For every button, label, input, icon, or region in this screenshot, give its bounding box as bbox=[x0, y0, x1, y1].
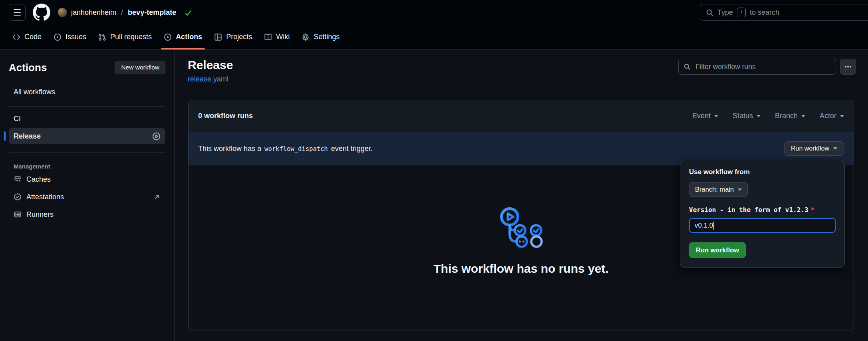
management-section-label: Management bbox=[9, 163, 165, 170]
banner-text: This workflow has a workflow_dispatch ev… bbox=[198, 145, 373, 153]
sidebar-divider bbox=[9, 152, 165, 153]
search-placeholder-suffix: to search bbox=[750, 8, 779, 17]
app-header: janhohenheim / bevy-template Type / to s… bbox=[0, 0, 868, 25]
status-filter-dropdown[interactable]: Status bbox=[733, 112, 761, 120]
actions-sidebar: Actions New workflow All workflows CI Re… bbox=[0, 50, 175, 341]
chevron-down-icon bbox=[833, 147, 837, 150]
filter-label: Status bbox=[733, 112, 753, 120]
cache-icon bbox=[14, 175, 22, 183]
branch-select-button[interactable]: Branch: main bbox=[689, 182, 748, 197]
actor-filter-dropdown[interactable]: Actor bbox=[820, 112, 844, 120]
breadcrumb: janhohenheim / bevy-template bbox=[58, 8, 192, 17]
runs-count: 0 workflow runs bbox=[198, 112, 253, 120]
banner-text-before: This workflow has a bbox=[198, 145, 261, 153]
tab-label: Code bbox=[24, 33, 42, 41]
gear-icon bbox=[302, 33, 310, 41]
filter-label: Branch bbox=[775, 112, 798, 120]
sidebar-item-label: Release bbox=[14, 132, 41, 141]
breadcrumb-repo-link[interactable]: bevy-template bbox=[128, 8, 176, 17]
page-head: Release release.yaml bbox=[188, 58, 233, 83]
search-icon bbox=[706, 9, 713, 16]
git-pull-request-icon bbox=[98, 33, 106, 41]
arrow-up-right-icon bbox=[153, 193, 161, 200]
version-field-label: Version - in the form of v1.2.3* bbox=[689, 206, 836, 214]
tab-wiki[interactable]: Wiki bbox=[258, 25, 296, 49]
branch-filter-dropdown[interactable]: Branch bbox=[775, 112, 805, 120]
version-input-value: v0.1.0 bbox=[695, 222, 713, 230]
sidebar-item-workflow-release[interactable]: Release bbox=[9, 128, 165, 144]
verified-badge-icon bbox=[14, 193, 22, 201]
empty-state-title: This workflow has no runs yet. bbox=[433, 262, 608, 276]
banner-text-after: event trigger. bbox=[331, 145, 373, 153]
workflow-file-link[interactable]: release.yaml bbox=[188, 75, 228, 83]
tab-code[interactable]: Code bbox=[6, 25, 48, 49]
issue-opened-icon bbox=[54, 33, 62, 41]
event-filter-dropdown[interactable]: Event bbox=[692, 112, 718, 120]
sidebar-item-caches[interactable]: Caches bbox=[9, 171, 165, 187]
tab-projects[interactable]: Projects bbox=[208, 25, 258, 49]
run-workflow-submit-button[interactable]: Run workflow bbox=[689, 242, 746, 258]
tab-issues[interactable]: Issues bbox=[48, 25, 92, 49]
workflow-graph-icon bbox=[498, 206, 545, 249]
slash-key-hint: / bbox=[737, 8, 746, 17]
repo-nav: Code Issues Pull requests Actions Projec… bbox=[0, 25, 868, 50]
sidebar-item-label: Attestations bbox=[26, 193, 64, 201]
avatar[interactable] bbox=[58, 8, 67, 17]
sidebar-title: Actions bbox=[9, 61, 47, 74]
github-actions-page: janhohenheim / bevy-template Type / to s… bbox=[0, 0, 868, 341]
breadcrumb-owner-link[interactable]: janhohenheim bbox=[71, 8, 116, 17]
chevron-down-icon bbox=[757, 115, 761, 117]
search-icon bbox=[683, 63, 691, 70]
chevron-down-icon bbox=[801, 115, 805, 117]
sidebar-item-label: All workflows bbox=[14, 88, 55, 96]
tab-label: Wiki bbox=[276, 33, 290, 41]
tab-label: Issues bbox=[66, 33, 86, 41]
version-label-text: Version - in the form of v1.2.3 bbox=[689, 206, 808, 214]
run-workflow-panel: Use workflow from Branch: main Version -… bbox=[680, 160, 845, 268]
breadcrumb-separator: / bbox=[120, 8, 124, 17]
chevron-down-icon bbox=[714, 115, 718, 117]
check-icon bbox=[184, 9, 192, 16]
play-icon bbox=[164, 33, 172, 41]
new-workflow-button[interactable]: New workflow bbox=[115, 61, 165, 74]
banner-code: workflow_dispatch bbox=[264, 145, 328, 153]
chevron-down-icon bbox=[840, 115, 844, 117]
required-asterisk: * bbox=[811, 206, 815, 214]
filter-row bbox=[678, 59, 856, 75]
main-content: Release release.yaml 0 workflow runs Eve… bbox=[175, 50, 868, 341]
github-logo-icon[interactable] bbox=[33, 4, 50, 21]
filter-label: Event bbox=[692, 112, 711, 120]
tab-settings[interactable]: Settings bbox=[296, 25, 346, 49]
sidebar-item-all-workflows[interactable]: All workflows bbox=[9, 84, 165, 100]
table-icon bbox=[214, 33, 222, 41]
global-search-input[interactable]: Type / to search bbox=[700, 4, 868, 21]
kebab-menu-button[interactable] bbox=[840, 59, 856, 75]
hamburger-menu-button[interactable] bbox=[9, 4, 26, 21]
sidebar-divider bbox=[9, 106, 165, 107]
server-icon bbox=[14, 210, 22, 218]
sidebar-item-runners[interactable]: Runners bbox=[9, 206, 165, 222]
run-workflow-label: Run workflow bbox=[791, 145, 829, 152]
tab-actions[interactable]: Actions bbox=[158, 25, 208, 49]
tab-pull-requests[interactable]: Pull requests bbox=[92, 25, 158, 49]
code-icon bbox=[12, 33, 20, 41]
text-cursor bbox=[713, 222, 714, 230]
sidebar-item-label: Caches bbox=[26, 175, 51, 184]
branch-select-label: Branch: main bbox=[695, 186, 734, 193]
book-icon bbox=[264, 33, 272, 41]
filter-label: Actor bbox=[820, 112, 836, 120]
sidebar-item-label: CI bbox=[14, 115, 21, 123]
sidebar-item-label: Runners bbox=[26, 210, 54, 219]
run-workflow-dropdown-button[interactable]: Run workflow bbox=[784, 141, 844, 156]
runs-list-header: 0 workflow runs Event Status Branch Acto… bbox=[189, 100, 854, 132]
search-placeholder-prefix: Type bbox=[717, 8, 733, 17]
sidebar-item-attestations[interactable]: Attestations bbox=[9, 189, 165, 205]
runs-filters: Event Status Branch Actor bbox=[692, 112, 844, 120]
play-circle-icon bbox=[152, 132, 161, 141]
page-title: Release bbox=[188, 58, 233, 72]
filter-workflow-runs-input[interactable] bbox=[678, 59, 836, 75]
version-input[interactable]: v0.1.0 bbox=[689, 218, 836, 233]
sidebar-item-workflow-ci[interactable]: CI bbox=[9, 111, 165, 127]
chevron-down-icon bbox=[738, 188, 742, 191]
tab-label: Pull requests bbox=[110, 33, 152, 41]
